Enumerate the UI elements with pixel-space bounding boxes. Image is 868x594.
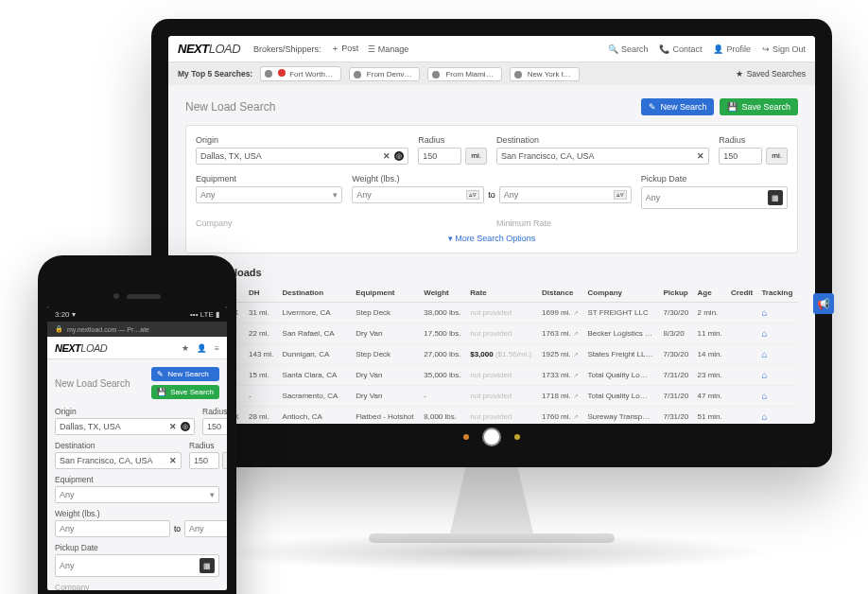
table-row[interactable]: Marshall, TX143 mi.Dunnigan, CAStep Deck… <box>185 344 798 365</box>
pickup-label: Pickup Date <box>55 543 219 552</box>
user-icon[interactable]: 👤 <box>197 343 207 353</box>
radius-label: Radius <box>189 441 227 450</box>
top5-chip[interactable]: From Denv… <box>349 67 421 81</box>
saved-searches-link[interactable]: ★Saved Searches <box>736 69 806 79</box>
company-label: Company <box>196 218 487 228</box>
search-link[interactable]: 🔍Search <box>608 44 649 54</box>
column-header[interactable]: Distance <box>538 284 583 303</box>
browser-url-bar[interactable]: 🔒my.nextload.com — Pr…ate <box>47 322 227 337</box>
phone-icon: 📞 <box>659 44 669 54</box>
table-row[interactable]: Royse City, TX28 mi.Antioch, CAFlatbed -… <box>185 407 798 425</box>
weight-label: Weight (lbs.) <box>352 174 632 183</box>
home-icon[interactable]: ⌂ <box>761 307 767 318</box>
column-header[interactable]: DH <box>245 284 279 303</box>
desktop-monitor-mockup: NEXTLOAD Brokers/Shippers: ＋ Post ☰ Mana… <box>151 19 832 543</box>
pickup-date-input[interactable]: ▦ <box>55 554 219 577</box>
top5-chip[interactable]: New York t… <box>510 67 580 81</box>
origin-input[interactable]: ✕◎ <box>55 418 195 435</box>
menu-icon[interactable]: ≡ <box>215 343 219 353</box>
save-search-button[interactable]: 💾Save Search <box>720 98 798 115</box>
app-header: NEXTLOAD Brokers/Shippers: ＋ Post ☰ Mana… <box>168 36 815 62</box>
company-label: Company <box>55 583 219 590</box>
post-link[interactable]: ＋ Post <box>331 43 359 55</box>
signout-link[interactable]: ↪Sign Out <box>762 44 806 54</box>
column-header[interactable]: Weight <box>420 284 466 303</box>
home-icon[interactable]: ⌂ <box>761 349 767 359</box>
clear-icon[interactable]: ✕ <box>169 456 177 465</box>
star-icon[interactable]: ★ <box>182 343 189 353</box>
search-panel: Origin ✕ ◎ Radius mi. <box>185 125 798 253</box>
column-header[interactable]: Equipment <box>352 284 420 303</box>
radius-input[interactable] <box>189 452 219 469</box>
top5-chip[interactable]: Fort Worth… <box>260 66 341 81</box>
stepper-icon[interactable]: ▵▿ <box>614 190 627 200</box>
results-count: Found 33 loads <box>185 267 798 278</box>
manage-link[interactable]: ☰ Manage <box>368 44 408 54</box>
phone-status-bar: 3:20 ▾ ••• LTE ▮ <box>47 306 227 322</box>
destination-input[interactable]: ✕ <box>55 452 182 469</box>
equipment-select[interactable] <box>55 486 219 503</box>
origin-radius-input[interactable] <box>418 148 461 165</box>
calendar-icon[interactable]: ▦ <box>768 190 783 205</box>
pickup-label: Pickup Date <box>641 174 788 183</box>
home-icon[interactable]: ⌂ <box>761 391 767 401</box>
home-icon[interactable]: ⌂ <box>761 370 767 380</box>
pencil-icon: ✎ <box>157 370 164 378</box>
column-header[interactable]: Age <box>694 284 728 303</box>
unit-toggle[interactable]: mi. <box>222 452 227 469</box>
calendar-icon[interactable]: ▦ <box>200 558 215 573</box>
unit-toggle[interactable]: mi. <box>766 148 788 165</box>
locate-icon[interactable]: ◎ <box>394 151 404 161</box>
announcements-button[interactable]: 📢 <box>813 293 815 314</box>
column-header[interactable]: Credit <box>727 284 757 303</box>
stepper-icon[interactable]: ▵▿ <box>466 190 479 200</box>
equipment-label: Equipment <box>55 475 219 484</box>
search-icon: 🔍 <box>608 44 618 54</box>
origin-label: Origin <box>55 407 195 416</box>
save-icon: 💾 <box>727 102 738 112</box>
new-search-button[interactable]: ✎New Search <box>151 367 219 381</box>
destination-input[interactable]: ✕ <box>496 148 709 165</box>
user-icon: 👤 <box>713 44 723 54</box>
top5-chip[interactable]: From Miami… <box>427 67 501 81</box>
radius-input[interactable] <box>202 418 227 435</box>
locate-icon[interactable]: ◎ <box>181 422 190 431</box>
equipment-select[interactable] <box>196 186 342 203</box>
clear-icon[interactable]: ✕ <box>169 422 177 431</box>
more-options-toggle[interactable]: ▾ More Search Options <box>196 228 788 243</box>
save-search-button[interactable]: 💾Save Search <box>151 385 219 399</box>
weight-max-input[interactable]: ▵▿ <box>499 186 632 203</box>
radius-label: Radius <box>719 135 788 145</box>
contact-link[interactable]: 📞Contact <box>659 44 702 54</box>
pencil-icon: ✎ <box>649 102 656 112</box>
top5-bar: My Top 5 Searches: Fort Worth… From Denv… <box>168 62 815 85</box>
profile-link[interactable]: 👤Profile <box>713 44 751 54</box>
clear-icon[interactable]: ✕ <box>697 151 704 161</box>
column-header[interactable]: Rate <box>466 284 538 303</box>
table-row[interactable]: Fort Worth, TX31 mi.Livermore, CAStep De… <box>185 303 798 323</box>
column-header[interactable]: Destination <box>279 284 353 303</box>
weight-min-input[interactable] <box>55 520 170 537</box>
clear-icon[interactable]: ✕ <box>383 151 391 161</box>
new-search-button[interactable]: ✎New Search <box>641 98 714 115</box>
results-table: OriginDHDestinationEquipmentWeightRateDi… <box>185 284 798 424</box>
table-row[interactable]: Lewisville, TX22 mi.San Rafael, CADry Va… <box>185 323 798 344</box>
column-header[interactable]: Pickup <box>659 284 693 303</box>
table-row[interactable]: Dallas, TX-Sacramento, CADry Van-not pro… <box>185 386 798 407</box>
section-title: New Load Search <box>185 100 275 114</box>
unit-toggle[interactable]: mi. <box>465 148 487 165</box>
weight-label: Weight (lbs.) <box>55 509 219 518</box>
home-icon[interactable]: ⌂ <box>761 411 767 422</box>
column-header[interactable]: Tracking <box>757 284 798 303</box>
radius-label: Radius <box>202 407 227 416</box>
table-row[interactable]: Carrollton, TX15 mi.Santa Clara, CADry V… <box>185 365 798 386</box>
weight-max-input[interactable] <box>184 520 227 537</box>
top5-label: My Top 5 Searches: <box>178 69 252 79</box>
weight-min-input[interactable]: ▵▿ <box>352 186 484 203</box>
star-icon: ★ <box>736 69 743 79</box>
pickup-date-input[interactable]: ▦ <box>641 186 788 209</box>
column-header[interactable]: Company <box>584 284 660 303</box>
home-icon[interactable]: ⌂ <box>761 328 767 339</box>
dest-radius-input[interactable] <box>719 148 762 165</box>
origin-input[interactable]: ✕ ◎ <box>196 148 408 165</box>
